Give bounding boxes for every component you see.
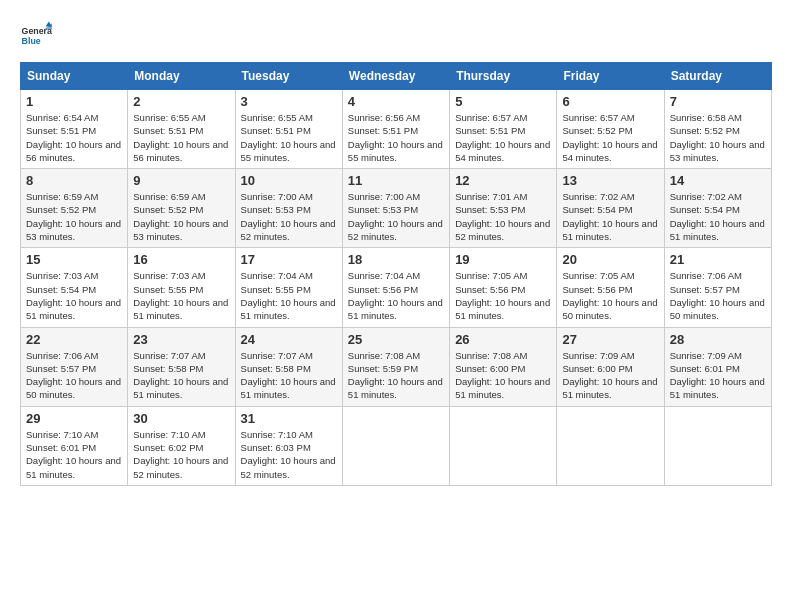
daylight-label: Daylight: 10 hours and 51 minutes.	[670, 376, 765, 400]
sunset-label: Sunset: 5:52 PM	[133, 204, 203, 215]
sunset-label: Sunset: 5:51 PM	[455, 125, 525, 136]
calendar-header-sunday: Sunday	[21, 63, 128, 90]
sunrise-label: Sunrise: 7:10 AM	[241, 429, 313, 440]
day-info: Sunrise: 7:05 AM Sunset: 5:56 PM Dayligh…	[455, 269, 551, 322]
calendar-cell: 4 Sunrise: 6:56 AM Sunset: 5:51 PM Dayli…	[342, 90, 449, 169]
sunrise-label: Sunrise: 7:00 AM	[241, 191, 313, 202]
day-number: 27	[562, 332, 658, 347]
sunset-label: Sunset: 5:56 PM	[455, 284, 525, 295]
day-number: 6	[562, 94, 658, 109]
daylight-label: Daylight: 10 hours and 51 minutes.	[133, 297, 228, 321]
daylight-label: Daylight: 10 hours and 51 minutes.	[241, 297, 336, 321]
sunset-label: Sunset: 5:51 PM	[133, 125, 203, 136]
calendar-cell: 19 Sunrise: 7:05 AM Sunset: 5:56 PM Dayl…	[450, 248, 557, 327]
day-info: Sunrise: 7:04 AM Sunset: 5:55 PM Dayligh…	[241, 269, 337, 322]
sunrise-label: Sunrise: 7:10 AM	[26, 429, 98, 440]
day-number: 8	[26, 173, 122, 188]
day-number: 5	[455, 94, 551, 109]
calendar-header-row: SundayMondayTuesdayWednesdayThursdayFrid…	[21, 63, 772, 90]
calendar-week-row: 22 Sunrise: 7:06 AM Sunset: 5:57 PM Dayl…	[21, 327, 772, 406]
daylight-label: Daylight: 10 hours and 51 minutes.	[241, 376, 336, 400]
sunset-label: Sunset: 5:56 PM	[348, 284, 418, 295]
daylight-label: Daylight: 10 hours and 51 minutes.	[348, 376, 443, 400]
calendar-cell: 3 Sunrise: 6:55 AM Sunset: 5:51 PM Dayli…	[235, 90, 342, 169]
daylight-label: Daylight: 10 hours and 56 minutes.	[26, 139, 121, 163]
calendar-cell: 31 Sunrise: 7:10 AM Sunset: 6:03 PM Dayl…	[235, 406, 342, 485]
sunset-label: Sunset: 5:53 PM	[348, 204, 418, 215]
day-number: 21	[670, 252, 766, 267]
calendar-cell: 11 Sunrise: 7:00 AM Sunset: 5:53 PM Dayl…	[342, 169, 449, 248]
sunrise-label: Sunrise: 7:06 AM	[26, 350, 98, 361]
calendar-week-row: 8 Sunrise: 6:59 AM Sunset: 5:52 PM Dayli…	[21, 169, 772, 248]
day-number: 4	[348, 94, 444, 109]
page-header: General Blue	[20, 20, 772, 52]
sunrise-label: Sunrise: 6:59 AM	[26, 191, 98, 202]
calendar-cell: 14 Sunrise: 7:02 AM Sunset: 5:54 PM Dayl…	[664, 169, 771, 248]
sunset-label: Sunset: 5:52 PM	[26, 204, 96, 215]
day-number: 3	[241, 94, 337, 109]
daylight-label: Daylight: 10 hours and 52 minutes.	[241, 218, 336, 242]
sunrise-label: Sunrise: 7:09 AM	[562, 350, 634, 361]
sunset-label: Sunset: 6:00 PM	[455, 363, 525, 374]
sunset-label: Sunset: 5:52 PM	[670, 125, 740, 136]
day-info: Sunrise: 6:54 AM Sunset: 5:51 PM Dayligh…	[26, 111, 122, 164]
calendar-cell: 5 Sunrise: 6:57 AM Sunset: 5:51 PM Dayli…	[450, 90, 557, 169]
daylight-label: Daylight: 10 hours and 53 minutes.	[670, 139, 765, 163]
sunset-label: Sunset: 5:54 PM	[26, 284, 96, 295]
day-info: Sunrise: 6:59 AM Sunset: 5:52 PM Dayligh…	[133, 190, 229, 243]
daylight-label: Daylight: 10 hours and 51 minutes.	[562, 218, 657, 242]
calendar-cell: 21 Sunrise: 7:06 AM Sunset: 5:57 PM Dayl…	[664, 248, 771, 327]
calendar-cell: 30 Sunrise: 7:10 AM Sunset: 6:02 PM Dayl…	[128, 406, 235, 485]
day-info: Sunrise: 7:06 AM Sunset: 5:57 PM Dayligh…	[26, 349, 122, 402]
sunrise-label: Sunrise: 7:02 AM	[562, 191, 634, 202]
day-info: Sunrise: 7:10 AM Sunset: 6:03 PM Dayligh…	[241, 428, 337, 481]
day-info: Sunrise: 6:59 AM Sunset: 5:52 PM Dayligh…	[26, 190, 122, 243]
calendar-header-wednesday: Wednesday	[342, 63, 449, 90]
sunset-label: Sunset: 5:57 PM	[670, 284, 740, 295]
daylight-label: Daylight: 10 hours and 51 minutes.	[26, 297, 121, 321]
day-number: 18	[348, 252, 444, 267]
sunset-label: Sunset: 5:58 PM	[241, 363, 311, 374]
daylight-label: Daylight: 10 hours and 51 minutes.	[133, 376, 228, 400]
day-number: 2	[133, 94, 229, 109]
daylight-label: Daylight: 10 hours and 53 minutes.	[133, 218, 228, 242]
day-info: Sunrise: 7:07 AM Sunset: 5:58 PM Dayligh…	[241, 349, 337, 402]
sunrise-label: Sunrise: 7:01 AM	[455, 191, 527, 202]
sunset-label: Sunset: 5:51 PM	[241, 125, 311, 136]
sunset-label: Sunset: 6:01 PM	[26, 442, 96, 453]
calendar-cell: 17 Sunrise: 7:04 AM Sunset: 5:55 PM Dayl…	[235, 248, 342, 327]
calendar-cell: 1 Sunrise: 6:54 AM Sunset: 5:51 PM Dayli…	[21, 90, 128, 169]
calendar-header-tuesday: Tuesday	[235, 63, 342, 90]
sunrise-label: Sunrise: 7:04 AM	[348, 270, 420, 281]
day-number: 16	[133, 252, 229, 267]
calendar-week-row: 15 Sunrise: 7:03 AM Sunset: 5:54 PM Dayl…	[21, 248, 772, 327]
daylight-label: Daylight: 10 hours and 52 minutes.	[133, 455, 228, 479]
calendar-week-row: 1 Sunrise: 6:54 AM Sunset: 5:51 PM Dayli…	[21, 90, 772, 169]
day-info: Sunrise: 7:00 AM Sunset: 5:53 PM Dayligh…	[241, 190, 337, 243]
day-info: Sunrise: 7:04 AM Sunset: 5:56 PM Dayligh…	[348, 269, 444, 322]
day-info: Sunrise: 6:57 AM Sunset: 5:51 PM Dayligh…	[455, 111, 551, 164]
calendar-header-thursday: Thursday	[450, 63, 557, 90]
sunset-label: Sunset: 6:00 PM	[562, 363, 632, 374]
day-number: 15	[26, 252, 122, 267]
calendar-header-monday: Monday	[128, 63, 235, 90]
day-info: Sunrise: 7:08 AM Sunset: 5:59 PM Dayligh…	[348, 349, 444, 402]
calendar-cell	[450, 406, 557, 485]
sunrise-label: Sunrise: 7:03 AM	[26, 270, 98, 281]
daylight-label: Daylight: 10 hours and 52 minutes.	[348, 218, 443, 242]
daylight-label: Daylight: 10 hours and 51 minutes.	[562, 376, 657, 400]
daylight-label: Daylight: 10 hours and 51 minutes.	[670, 218, 765, 242]
sunset-label: Sunset: 6:03 PM	[241, 442, 311, 453]
sunset-label: Sunset: 5:55 PM	[133, 284, 203, 295]
sunset-label: Sunset: 5:54 PM	[670, 204, 740, 215]
day-info: Sunrise: 7:02 AM Sunset: 5:54 PM Dayligh…	[562, 190, 658, 243]
calendar-cell: 23 Sunrise: 7:07 AM Sunset: 5:58 PM Dayl…	[128, 327, 235, 406]
calendar-cell: 8 Sunrise: 6:59 AM Sunset: 5:52 PM Dayli…	[21, 169, 128, 248]
calendar-cell: 6 Sunrise: 6:57 AM Sunset: 5:52 PM Dayli…	[557, 90, 664, 169]
day-info: Sunrise: 7:10 AM Sunset: 6:01 PM Dayligh…	[26, 428, 122, 481]
day-number: 13	[562, 173, 658, 188]
sunset-label: Sunset: 5:57 PM	[26, 363, 96, 374]
sunrise-label: Sunrise: 7:08 AM	[455, 350, 527, 361]
daylight-label: Daylight: 10 hours and 50 minutes.	[26, 376, 121, 400]
daylight-label: Daylight: 10 hours and 52 minutes.	[455, 218, 550, 242]
